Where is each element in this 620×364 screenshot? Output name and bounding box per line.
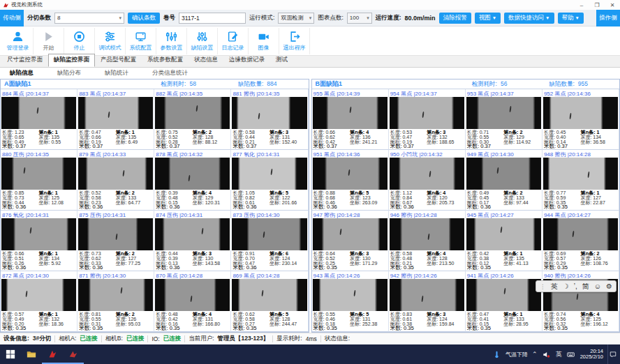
sub-tab-4[interactable]: 分类信息统计 xyxy=(152,69,188,77)
close-button[interactable]: ✕ xyxy=(605,0,620,10)
defect-cell[interactable]: 945 黑点 |20:14:27长度: 0.42宽度: 0.38面积: 0.12… xyxy=(466,211,542,271)
ribbon-button-9[interactable]: 图像 xyxy=(249,28,279,54)
operator-side-button[interactable]: 操作侧 xyxy=(596,10,620,26)
defect-cell[interactable]: 873 压伤 |20:14:30长度: 0.91宽度: 0.70面积: 0.47… xyxy=(231,211,308,271)
confirm-count-button[interactable]: 确认条数 xyxy=(128,13,160,24)
defect-cell[interactable]: 879 黑点 |20:14:33长度: 0.52宽度: 0.58面积: 0.23… xyxy=(78,150,154,211)
ribbon-button-2[interactable]: 开始 xyxy=(34,28,64,54)
sub-tab-3[interactable]: 缺陷统计 xyxy=(105,69,128,77)
defect-thumbnail[interactable] xyxy=(466,279,541,311)
ime-lang-button[interactable]: 英 xyxy=(551,282,558,291)
defect-thumbnail[interactable] xyxy=(78,279,153,311)
defect-cell[interactable]: 884 黑点 |20:14:37长度: 1.23宽度: 0.65面积: 0.49… xyxy=(1,89,78,150)
ribbon-button-6[interactable]: 参数设置 xyxy=(156,28,187,54)
defect-thumbnail[interactable] xyxy=(390,97,464,129)
defect-cell[interactable]: 875 压伤 |20:14:31长度: 0.73宽度: 0.62面积: 0.33… xyxy=(78,211,154,271)
app-icon-red-2[interactable] xyxy=(63,344,84,364)
sub-tab-1[interactable]: 缺陷信息 xyxy=(10,69,34,77)
defect-cell[interactable]: 876 氧化 |20:14:31长度: 0.66宽度: 0.51面积: 0.26… xyxy=(1,211,78,271)
slit-count-select[interactable]: 8 ▾ xyxy=(54,13,124,24)
defect-thumbnail[interactable] xyxy=(232,279,307,311)
run-mode-select[interactable]: 双面检测 ▾ xyxy=(278,13,314,24)
chart-points-select[interactable]: 100 ▾ xyxy=(347,13,372,24)
defect-thumbnail[interactable] xyxy=(1,97,76,129)
defect-cell[interactable]: 952 黑点 |20:14:36长度: 0.45宽度: 0.40面积: 0.14… xyxy=(542,89,619,150)
ribbon-button-7[interactable]: 缺陷设置 xyxy=(187,28,218,54)
defect-thumbnail[interactable] xyxy=(155,158,230,190)
keyboard-icon[interactable] xyxy=(566,349,576,359)
defect-cell[interactable]: 882 黑点 |20:14:35长度: 0.75宽度: 0.52面积: 0.28… xyxy=(154,89,231,150)
ribbon-button-8[interactable]: 日志记录 xyxy=(218,28,249,54)
defect-thumbnail[interactable] xyxy=(232,218,307,250)
main-tab-3[interactable]: 产品型号配置 xyxy=(95,54,142,67)
defect-cell[interactable]: 951 黑点 |20:14:36长度: 0.88宽度: 0.68面积: 0.46… xyxy=(312,150,389,211)
help-menu-button[interactable]: 帮助▼ xyxy=(558,13,584,24)
defect-thumbnail[interactable] xyxy=(543,218,618,250)
defect-cell[interactable]: 953 黑点 |20:14:37长度: 0.71宽度: 0.55面积: 0.30… xyxy=(466,89,542,150)
defect-cell[interactable]: 870 黑点 |20:14:28长度: 0.48宽度: 0.42面积: 0.16… xyxy=(154,271,231,332)
taskbar-clock[interactable]: 20:14 2025/2/10 xyxy=(580,349,603,361)
ribbon-button-4[interactable]: 调试模式 xyxy=(95,28,126,54)
defect-thumbnail[interactable] xyxy=(390,279,464,311)
defect-thumbnail[interactable] xyxy=(313,218,388,250)
main-tab-2[interactable]: 缺陷监控界面 xyxy=(48,54,95,67)
defect-cell[interactable]: 954 黑点 |20:14:37长度: 0.53宽度: 0.47面积: 0.19… xyxy=(389,89,466,150)
defect-cell[interactable]: 881 擦伤 |20:14:35长度: 0.58宽度: 0.44面积: 0.21… xyxy=(231,89,308,150)
defect-cell[interactable]: 947 擦伤 |20:14:28长度: 0.64宽度: 0.52面积: 0.25… xyxy=(312,211,389,271)
defect-cell[interactable]: 942 擦伤 |20:14:26长度: 0.83宽度: 0.61面积: 0.38… xyxy=(389,271,466,332)
notification-icon[interactable] xyxy=(607,344,617,364)
main-tab-1[interactable]: 尺寸监控界面 xyxy=(1,54,48,67)
defect-thumbnail[interactable] xyxy=(313,279,388,311)
defect-cell[interactable]: 878 黑点 |20:14:32长度: 0.39宽度: 0.48面积: 0.15… xyxy=(154,150,231,211)
defect-thumbnail[interactable] xyxy=(543,97,618,129)
defect-thumbnail[interactable] xyxy=(1,218,76,250)
defect-cell[interactable]: 949 黑点 |20:14:30长度: 0.49宽度: 0.45面积: 0.17… xyxy=(466,150,542,211)
start-button[interactable] xyxy=(0,344,21,364)
defect-thumbnail[interactable] xyxy=(155,97,230,129)
defect-thumbnail[interactable] xyxy=(155,279,230,311)
maximize-button[interactable]: ❐ xyxy=(589,0,605,10)
data-access-menu-button[interactable]: 数据快捷访问▼ xyxy=(504,13,554,24)
defect-thumbnail[interactable] xyxy=(313,97,388,129)
defect-thumbnail[interactable] xyxy=(466,218,541,250)
defect-cell[interactable]: 943 黑点 |20:14:26长度: 0.55宽度: 0.46面积: 0.18… xyxy=(312,271,389,332)
ribbon-button-1[interactable]: 管理登录 xyxy=(3,28,34,54)
defect-cell[interactable]: 950 小凹坑 |20:14:32长度: 1.12宽度: 0.84面积: 0.6… xyxy=(389,150,466,211)
defect-cell[interactable]: 871 擦伤 |20:14:30长度: 0.81宽度: 0.55面积: 0.31… xyxy=(78,271,154,332)
weather-text[interactable]: 气温下降 xyxy=(505,351,528,358)
defect-cell[interactable]: 872 黑点 |20:14:30长度: 0.57宽度: 0.49面积: 0.20… xyxy=(1,271,78,332)
ribbon-button-3[interactable]: 停止 xyxy=(64,28,95,54)
defect-thumbnail[interactable] xyxy=(232,158,307,190)
defect-cell[interactable]: 883 黑点 |20:14:37长度: 0.47宽度: 0.66面积: 0.19… xyxy=(78,89,154,150)
app-icon-red-1[interactable] xyxy=(42,344,63,364)
main-tab-4[interactable]: 系统参数配置 xyxy=(142,54,189,67)
language-indicator[interactable]: 英 xyxy=(556,350,562,359)
ime-emoji-button[interactable]: ☺ xyxy=(594,282,601,290)
defect-thumbnail[interactable] xyxy=(543,158,618,190)
chevron-up-icon[interactable]: ⌃ xyxy=(532,351,538,358)
defect-thumbnail[interactable] xyxy=(78,158,153,190)
minimize-button[interactable]: – xyxy=(574,0,589,10)
defect-thumbnail[interactable] xyxy=(466,158,541,190)
main-tab-7[interactable]: 测试 xyxy=(270,54,293,67)
ribbon-button-5[interactable]: 系统配置 xyxy=(126,28,156,54)
ime-settings-button[interactable]: ⚙ xyxy=(606,282,612,290)
drive-side-button[interactable]: 传动侧 xyxy=(0,10,24,26)
main-tab-5[interactable]: 状态信息 xyxy=(189,54,223,67)
defect-cell[interactable]: 955 黑点 |20:14:39长度: 0.66宽度: 0.62面积: 0.42… xyxy=(312,89,389,150)
drag-handle-icon[interactable]: ⋮ xyxy=(540,283,546,290)
defect-thumbnail[interactable] xyxy=(1,158,76,190)
defect-cell[interactable]: 944 黑点 |20:14:27长度: 0.69宽度: 0.57面积: 0.29… xyxy=(542,211,619,271)
volume-icon[interactable] xyxy=(542,349,552,359)
defect-thumbnail[interactable] xyxy=(78,97,153,129)
ribbon-button-10[interactable]: 退出程序 xyxy=(279,28,310,54)
clear-alarm-button[interactable]: 清除报警 xyxy=(439,13,471,24)
main-tab-6[interactable]: 边缘数据记录 xyxy=(223,54,270,67)
thermometer-icon[interactable] xyxy=(492,349,501,359)
defect-thumbnail[interactable] xyxy=(390,158,464,190)
defect-cell[interactable]: 946 擦伤 |20:14:28长度: 0.58宽度: 0.48面积: 0.21… xyxy=(389,211,466,271)
sub-tab-2[interactable]: 缺陷分布 xyxy=(57,69,81,77)
ime-simplified-button[interactable]: 简 xyxy=(582,282,589,291)
defect-cell[interactable]: 877 氧化 |20:14:31长度: 1.05宽度: 0.82面积: 0.61… xyxy=(231,150,308,211)
defect-thumbnail[interactable] xyxy=(390,218,464,250)
